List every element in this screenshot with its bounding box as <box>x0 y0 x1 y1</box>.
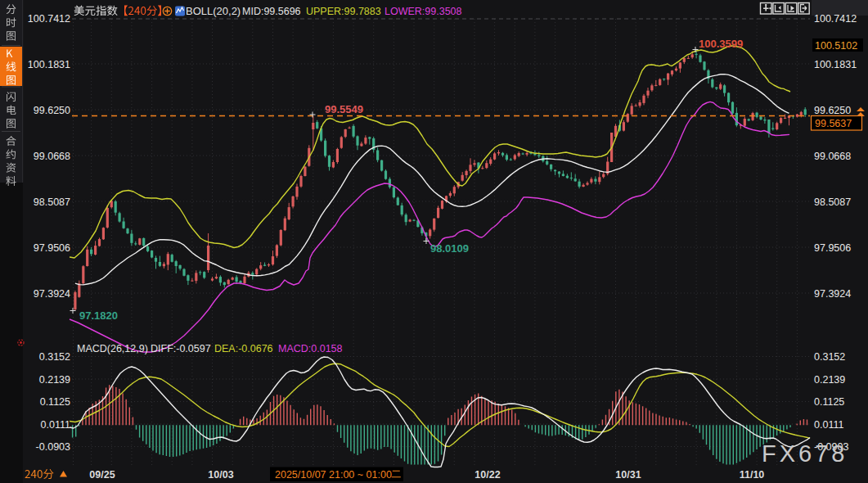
svg-text:0.0111: 0.0111 <box>814 419 843 431</box>
svg-text:11/10: 11/10 <box>740 469 765 481</box>
svg-text:100.1831: 100.1831 <box>814 59 857 70</box>
svg-text:100.5102: 100.5102 <box>815 40 857 52</box>
svg-text:97.9506: 97.9506 <box>34 242 70 254</box>
svg-text:2025/10/07 21:00 ~ 01:00: 2025/10/07 21:00 ~ 01:00 <box>275 469 392 481</box>
svg-text:MACD:0.0158: MACD:0.0158 <box>278 343 343 354</box>
svg-text:DIFF:-0.0597: DIFF:-0.0597 <box>151 343 211 354</box>
svg-text:97.3924: 97.3924 <box>34 288 70 300</box>
svg-text:10/31: 10/31 <box>615 469 641 481</box>
svg-text:100.1831: 100.1831 <box>28 59 70 70</box>
svg-text:99.0668: 99.0668 <box>34 151 70 162</box>
svg-text:0.3152: 0.3152 <box>814 351 845 363</box>
svg-text:FX678: FX678 <box>762 440 848 467</box>
svg-text:09/25: 09/25 <box>89 469 115 481</box>
svg-text:97.1820: 97.1820 <box>79 309 118 322</box>
svg-text:MACD(26,12,9): MACD(26,12,9) <box>77 343 148 354</box>
svg-text:0.2139: 0.2139 <box>814 374 845 386</box>
svg-text:0.2139: 0.2139 <box>39 374 70 386</box>
svg-text:97.3924: 97.3924 <box>814 288 851 300</box>
svg-text:LOWER:99.3508: LOWER:99.3508 <box>385 6 462 17</box>
svg-text:99.5549: 99.5549 <box>325 103 363 115</box>
svg-text:99.6250: 99.6250 <box>814 105 851 116</box>
svg-text:10/22: 10/22 <box>474 469 500 481</box>
svg-text:BOLL(20,2): BOLL(20,2) <box>186 5 241 17</box>
svg-text:97.9506: 97.9506 <box>814 242 851 254</box>
svg-text:0.0111: 0.0111 <box>41 419 70 431</box>
svg-text:100.3599: 100.3599 <box>699 38 743 50</box>
svg-text:10/03: 10/03 <box>208 469 233 481</box>
svg-text:UPPER:99.7883: UPPER:99.7883 <box>306 6 381 17</box>
svg-text:100.7412: 100.7412 <box>814 13 857 25</box>
svg-text:100.7412: 100.7412 <box>28 13 70 25</box>
svg-text:98.5087: 98.5087 <box>814 196 851 208</box>
svg-text:0.1125: 0.1125 <box>814 396 844 408</box>
svg-text:99.0668: 99.0668 <box>814 151 851 162</box>
svg-text:DEA:-0.0676: DEA:-0.0676 <box>214 343 273 354</box>
svg-text:98.0109: 98.0109 <box>430 242 469 255</box>
svg-text:0.3152: 0.3152 <box>39 351 70 363</box>
svg-text:99.5637: 99.5637 <box>815 118 852 129</box>
svg-text:MID:99.5696: MID:99.5696 <box>242 6 301 17</box>
svg-text:99.6250: 99.6250 <box>34 105 70 116</box>
svg-text:98.5087: 98.5087 <box>34 196 70 208</box>
svg-text:0.1125: 0.1125 <box>40 396 70 408</box>
svg-text:-0.0903: -0.0903 <box>36 441 70 453</box>
